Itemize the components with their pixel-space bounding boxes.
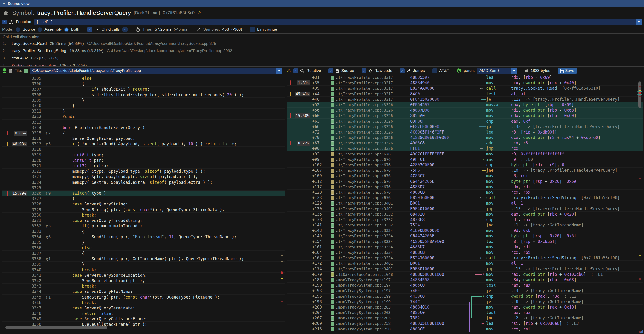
- att-label[interactable]: AT&T: [439, 68, 449, 73]
- assembly-row[interactable]: +161…t\TracyProfiler.cpp:3334488BD7movrd…: [287, 244, 643, 250]
- child-call-item[interactable]: 2.tracy::Profiler::SendLongString19.88 m…: [2, 49, 642, 56]
- assembly-row[interactable]: +107…t\TracyProfiler.hpp:67675F6jne.L0 -…: [287, 168, 643, 173]
- assembly-row[interactable]: +143…t\TracyProfiler.cpp:333441B90B00000…: [287, 228, 643, 233]
- assembly-row[interactable]: +179…1103\include\atomic:1048488B05B63C1…: [287, 272, 643, 277]
- function-checkbox[interactable]: ✓: [2, 19, 7, 24]
- child-call-item[interactable]: 1.tracy::Socket::Read25.25 ms (54.89%)C:…: [2, 41, 642, 49]
- source-line[interactable]: 3319 uint8_t type;: [2, 152, 284, 158]
- assembly-row[interactable]: +154…t\TracyProfiler.cpp:33344C8D055FBA0…: [287, 239, 643, 244]
- source-label[interactable]: Source: [341, 68, 354, 73]
- jumps-checkbox[interactable]: ✓: [400, 68, 404, 73]
- source-line[interactable]: 3343 break;: [2, 284, 284, 289]
- collapse-up-button[interactable]: ▲: [122, 27, 128, 32]
- mode-radio-both[interactable]: [64, 27, 69, 32]
- assembly-row[interactable]: +117…t\TracyProfiler.hpp:676488BD7movrdx…: [287, 184, 643, 190]
- assembly-row[interactable]: +149…t\TracyProfiler.cpp:3334C64424205Fm…: [287, 233, 643, 239]
- assembly-row[interactable]: +79…t\TracyProfiler.cpp:3326418B8C80E0BF…: [287, 135, 643, 140]
- source-line[interactable]: 3313: [2, 120, 284, 125]
- assembly-row[interactable]: 0.22%+87…t\TracyProfiler.cpp:33264903C8a…: [287, 140, 643, 146]
- save-button[interactable]: Save: [558, 68, 577, 74]
- assembly-row[interactable]: +90…t\TracyProfiler.cpp:3326FFE1←jmprcx: [287, 146, 643, 151]
- assembly-row[interactable]: +123…t\TracyProfiler.hpp:676E850160000←c…: [287, 195, 643, 200]
- assembly-row[interactable]: 15.50%+60…t\TracyProfiler.cpp:33268B55A0…: [287, 113, 643, 118]
- assembly-row[interactable]: +112…t\TracyProfiler.hpp:676C64424205Emo…: [287, 179, 643, 184]
- assembly-row[interactable]: +164…t\TracyProfiler.cpp:3334488BCBmovrc…: [287, 250, 643, 255]
- assembly-row[interactable]: +39…t\TracyProfiler.cpp:3317E824AA0000←c…: [287, 86, 643, 91]
- assembly-row[interactable]: +209…mon\TracySystem.cpp:258488D35E88610…: [287, 321, 643, 326]
- source-line[interactable]: 3334@6 SendString( ptr, "Main thread", 1…: [2, 234, 284, 240]
- source-line[interactable]: 3320 uint64_t ptr;: [2, 158, 284, 163]
- source-line[interactable]: 3314bool Profiler::HandleServerQuery(): [2, 125, 284, 131]
- assembly-row[interactable]: +130…t\TracyProfiler.cpp:3401E9E4010000j…: [287, 206, 643, 212]
- source-line[interactable]: 3331 case ServerQueryThreadString:: [2, 218, 284, 223]
- assembly-row[interactable]: +63…t\TracyProfiler.cpp:332683F80Fcmpeax…: [287, 119, 643, 124]
- source-line[interactable]: 3323 memcpy( &ptr, &payload.ptr, sizeof(…: [2, 174, 284, 179]
- assembly-row[interactable]: +167…t\TracyProfiler.cpp:3334E824160000←…: [287, 255, 643, 261]
- relative-checkbox[interactable]: ✓: [293, 68, 298, 73]
- assembly-vscrollbar[interactable]: [638, 81, 642, 108]
- march-combo-arrow-icon[interactable]: ▼: [511, 68, 517, 74]
- mode-radio-source-label[interactable]: Source: [22, 27, 35, 32]
- source-line[interactable]: 3309 }: [2, 98, 284, 103]
- pane-divider[interactable]: [285, 67, 285, 333]
- source-hscrollbar[interactable]: [6, 326, 108, 329]
- source-line[interactable]: 3330 break;: [2, 212, 284, 218]
- rawcode-label[interactable]: Raw code: [374, 68, 392, 73]
- file-combo-arrow-icon[interactable]: ▼: [276, 68, 282, 74]
- assembly-row[interactable]: +31…t\TracyProfiler.cpp:3317488D5597lear…: [287, 75, 643, 80]
- child-calls-label[interactable]: Child calls: [102, 27, 120, 32]
- jumps-label[interactable]: Jumps: [413, 68, 425, 73]
- assembly-row[interactable]: +190…mon\TracySystem.cpp:1974885C0testra…: [287, 283, 643, 288]
- source-line[interactable]: 3322 memcpy( &type, &payload.type, sizeo…: [2, 169, 284, 174]
- assembly-row[interactable]: +102…t\TracyProfiler.hpp:67642803C0F00cm…: [287, 162, 643, 168]
- assembly-row[interactable]: +198…mon\TracySystem.cpp:199744Cje.L6 ->…: [287, 299, 643, 305]
- source-line[interactable]: 3346 break;: [2, 300, 284, 306]
- source-line[interactable]: 3324 memcpy( &extra, &payload.extra, siz…: [2, 180, 284, 185]
- assembly-row[interactable]: +200…mon\TracySystem.cpp:203488B4010movr…: [287, 305, 643, 310]
- assembly-row[interactable]: +52…t\TracyProfiler.cpp:33260FB64597movz…: [287, 102, 643, 108]
- source-line[interactable]: 3329 SendString( ptr, (const char*)ptr, …: [2, 207, 284, 212]
- source-line[interactable]: 3345@1 SendString( ptr, (const char*)ptr…: [2, 295, 284, 300]
- resize-grip[interactable]: [639, 329, 643, 333]
- source-line[interactable]: 3316 ServerQueryPacket payload;: [2, 136, 284, 141]
- source-line[interactable]: 3337 {: [2, 251, 284, 256]
- source-line[interactable]: 0.66%3315@7{: [2, 131, 284, 136]
- source-line[interactable]: 3311}: [2, 109, 284, 114]
- source-line[interactable]: 3312#endif: [2, 114, 284, 119]
- assembly-row[interactable]: +193…mon\TracySystem.cpp:197740Eje.L3 ->…: [287, 288, 643, 293]
- child-calls-checkbox[interactable]: ✓: [88, 27, 92, 32]
- assembly-row[interactable]: +46…t\TracyProfiler.cpp:33170F8435020000…: [287, 97, 643, 102]
- source-line[interactable]: 3348 return false;: [2, 311, 284, 316]
- source-line[interactable]: 3347 case ServerQueryTerminate:: [2, 306, 284, 311]
- mode-radio-assembly-label[interactable]: Assembly: [44, 27, 62, 32]
- file-combo[interactable]: C:\Users\wolf\Desktop\darkrl\contrib\tra…: [30, 68, 282, 74]
- source-line[interactable]: 3333 {: [2, 229, 284, 234]
- source-line[interactable]: 46.93%3317@5 if( !m_sock->Read( &payload…: [2, 141, 284, 147]
- source-line[interactable]: 3344 case ServerQueryPlotName:: [2, 289, 284, 294]
- relative-label[interactable]: Relative: [306, 68, 321, 73]
- source-line[interactable]: 3310 }: [2, 103, 284, 109]
- source-line[interactable]: 3340 break;: [2, 267, 284, 273]
- rawcode-checkbox[interactable]: ✓: [362, 68, 366, 73]
- source-line[interactable]: 3341 case ServerQuerySourceLocation:: [2, 273, 284, 278]
- source-line[interactable]: 3328 case ServerQueryString:: [2, 201, 284, 207]
- mode-radio-assembly[interactable]: [38, 27, 42, 32]
- assembly-row[interactable]: +120…t\TracyProfiler.hpp:676488BCBmovrcx…: [287, 190, 643, 195]
- assembly-row[interactable]: +172…t\TracyProfiler.cpp:3401B001moval, …: [287, 261, 643, 266]
- source-line[interactable]: 3342 SendSourceLocation( ptr );: [2, 278, 284, 284]
- assembly-row[interactable]: +174…t\TracyProfiler.cpp:3401E9B8010000j…: [287, 266, 643, 272]
- assembly-row[interactable]: +72…t\TracyProfiler.cpp:33264C8D05F146F2…: [287, 130, 643, 135]
- child-call-item[interactable]: 3.stat64i32625 µs (1.36%): [2, 56, 642, 63]
- source-line[interactable]: 3338@1 SendString( ptr, GetThreadName( p…: [2, 256, 284, 262]
- assembly-row[interactable]: +109…t\TracyProfiler.hpp:6764C8BC7movr8,…: [287, 173, 643, 178]
- assembly-row[interactable]: +128…t\TracyProfiler.cpp:3401B001moval, …: [287, 200, 643, 206]
- limit-range-label[interactable]: Limit range: [257, 27, 277, 32]
- source-line[interactable]: 3318: [2, 147, 284, 152]
- source-line[interactable]: 3325: [2, 185, 284, 190]
- assembly-row[interactable]: +141…t\TracyProfiler.cpp:33327524jne.L1 …: [287, 222, 643, 228]
- assembly-row[interactable]: +56…t\TracyProfiler.cpp:3326488B7D98movr…: [287, 108, 643, 113]
- assembly-row[interactable]: +135…t\TracyProfiler.cpp:33328B4320movea…: [287, 212, 643, 217]
- source-line[interactable]: 3327 {: [2, 196, 284, 201]
- march-combo[interactable]: AMD Zen 3 ▼: [477, 68, 517, 74]
- source-line[interactable]: 3307 if( shouldExit ) return;: [2, 87, 284, 92]
